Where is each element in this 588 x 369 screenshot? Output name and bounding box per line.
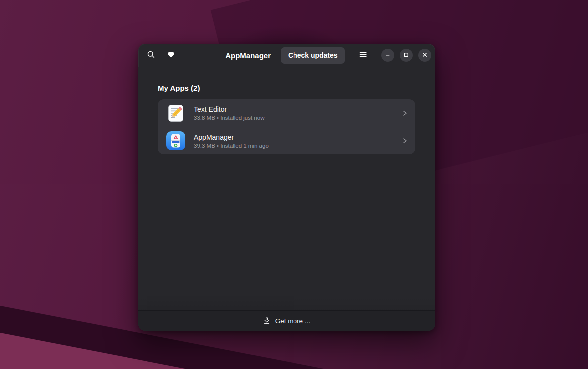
window-title: AppManager xyxy=(225,51,271,60)
appmanager-icon xyxy=(166,131,186,151)
minimize-icon xyxy=(384,51,391,60)
favorites-button[interactable] xyxy=(163,47,179,63)
desktop-wallpaper: AppManager Check updates xyxy=(0,0,588,369)
chevron-right-icon xyxy=(401,110,408,117)
section-heading: My Apps (2) xyxy=(158,84,415,92)
appmanager-window: AppManager Check updates xyxy=(138,44,435,331)
app-row-text: Text Editor 33.8 MB • Installed just now xyxy=(194,105,401,121)
header-center-group: AppManager Check updates xyxy=(225,44,371,67)
check-updates-button[interactable]: Check updates xyxy=(281,47,345,64)
maximize-icon xyxy=(403,51,410,60)
maximize-button[interactable] xyxy=(400,49,413,62)
app-name: AppManager xyxy=(194,133,401,141)
app-row-appmanager[interactable]: AppManager 39.3 MB • Installed 1 min ago xyxy=(158,127,415,154)
close-icon xyxy=(421,51,428,60)
window-controls xyxy=(381,49,431,62)
get-more-label: Get more ... xyxy=(275,317,310,325)
minimize-button[interactable] xyxy=(381,49,394,62)
text-editor-icon xyxy=(166,103,186,123)
close-button[interactable] xyxy=(418,49,431,62)
search-button[interactable] xyxy=(143,47,159,63)
heart-icon xyxy=(167,50,175,60)
header-bar: AppManager Check updates xyxy=(138,44,435,67)
app-row-text-editor[interactable]: Text Editor 33.8 MB • Installed just now xyxy=(158,99,415,127)
header-left-group xyxy=(143,47,179,63)
hamburger-icon xyxy=(359,50,367,60)
get-more-bar[interactable]: Get more ... xyxy=(138,310,435,331)
app-details: 39.3 MB • Installed 1 min ago xyxy=(194,143,401,149)
app-row-text: AppManager 39.3 MB • Installed 1 min ago xyxy=(194,133,401,149)
search-icon xyxy=(147,50,155,60)
menu-button[interactable] xyxy=(355,47,371,63)
apps-list: Text Editor 33.8 MB • Installed just now xyxy=(158,99,415,154)
app-name: Text Editor xyxy=(194,105,401,113)
main-content: My Apps (2) xyxy=(138,67,435,310)
app-details: 33.8 MB • Installed just now xyxy=(194,115,401,121)
chevron-right-icon xyxy=(401,137,408,144)
download-icon xyxy=(263,317,271,325)
